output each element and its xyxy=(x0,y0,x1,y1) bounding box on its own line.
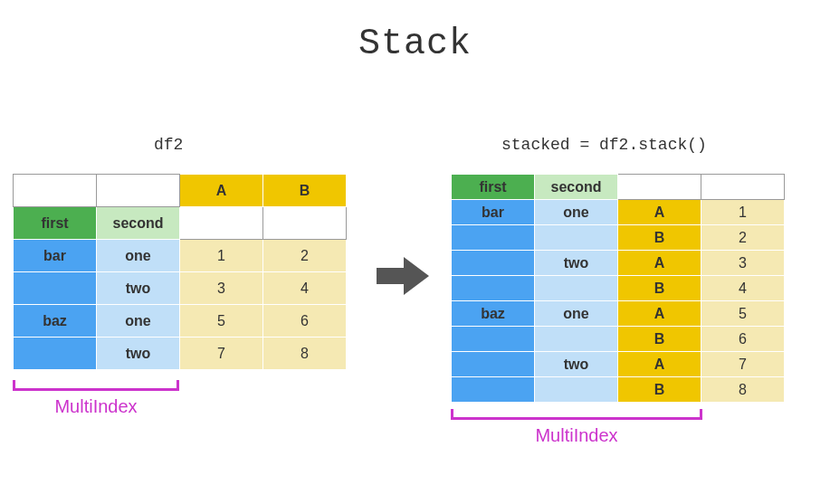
cell-col: A xyxy=(618,352,701,377)
cell-first xyxy=(452,225,535,251)
table-row: bar one 1 2 xyxy=(14,240,347,272)
table-row: A B xyxy=(14,175,347,207)
cell-value: 6 xyxy=(263,305,347,338)
table-row: first second xyxy=(14,207,347,240)
cell-col: B xyxy=(618,225,701,251)
cell-second: two xyxy=(97,272,180,305)
cell-second xyxy=(535,276,618,301)
col-header-A: A xyxy=(180,175,263,207)
cell-col: A xyxy=(618,251,701,276)
cell-second xyxy=(535,225,618,251)
index-name-first: first xyxy=(452,175,535,200)
table-row: baz one A 5 xyxy=(452,301,785,327)
cell-blank xyxy=(180,207,263,240)
cell-blank xyxy=(14,175,97,207)
cell-value: 3 xyxy=(701,251,785,276)
cell-first xyxy=(452,352,535,377)
cell-value: 7 xyxy=(701,352,785,377)
arrow-icon xyxy=(377,255,431,297)
cell-blank xyxy=(618,175,701,200)
cell-value: 4 xyxy=(263,272,347,305)
cell-first xyxy=(452,377,535,403)
table-row: two 7 8 xyxy=(14,338,347,370)
index-name-second: second xyxy=(535,175,618,200)
table-row: baz one 5 6 xyxy=(14,305,347,338)
page-title: Stack xyxy=(0,24,830,64)
table-row: B 8 xyxy=(452,377,785,403)
cell-blank xyxy=(701,175,785,200)
cell-second: one xyxy=(97,240,180,272)
cell-second: two xyxy=(97,338,180,370)
table-row: B 6 xyxy=(452,327,785,352)
cell-col: B xyxy=(618,327,701,352)
cell-second xyxy=(535,377,618,403)
index-name-second: second xyxy=(97,207,180,240)
cell-value: 7 xyxy=(180,338,263,370)
multiindex-bracket-right xyxy=(451,409,702,420)
table-row: two 3 4 xyxy=(14,272,347,305)
cell-second: two xyxy=(535,251,618,276)
cell-blank xyxy=(97,175,180,207)
table-df2: A B first second bar one 1 2 two 3 4 baz… xyxy=(13,174,347,370)
cell-first: bar xyxy=(14,240,97,272)
cell-value: 3 xyxy=(180,272,263,305)
cell-first xyxy=(14,338,97,370)
table-row: two A 7 xyxy=(452,352,785,377)
cell-value: 5 xyxy=(701,301,785,327)
cell-value: 8 xyxy=(701,377,785,403)
cell-value: 5 xyxy=(180,305,263,338)
multiindex-bracket-left xyxy=(13,380,179,391)
cell-blank xyxy=(263,207,347,240)
cell-value: 4 xyxy=(701,276,785,301)
svg-marker-0 xyxy=(377,257,429,295)
table-row: B 2 xyxy=(452,225,785,251)
cell-first: baz xyxy=(452,301,535,327)
cell-col: B xyxy=(618,377,701,403)
table-row: bar one A 1 xyxy=(452,200,785,225)
multiindex-label-right: MultiIndex xyxy=(451,425,702,446)
cell-col: A xyxy=(618,200,701,225)
cell-value: 6 xyxy=(701,327,785,352)
caption-stacked: stacked = df2.stack() xyxy=(501,136,707,154)
cell-first: baz xyxy=(14,305,97,338)
cell-first xyxy=(452,327,535,352)
cell-first xyxy=(452,276,535,301)
cell-value: 2 xyxy=(263,240,347,272)
index-name-first: first xyxy=(14,207,97,240)
cell-col: A xyxy=(618,301,701,327)
cell-second: two xyxy=(535,352,618,377)
cell-value: 1 xyxy=(180,240,263,272)
cell-col: B xyxy=(618,276,701,301)
cell-value: 2 xyxy=(701,225,785,251)
cell-first: bar xyxy=(452,200,535,225)
cell-value: 8 xyxy=(263,338,347,370)
table-row: B 4 xyxy=(452,276,785,301)
table-stacked: first second bar one A 1 B 2 two A 3 B 4… xyxy=(451,174,785,403)
cell-second: one xyxy=(535,301,618,327)
multiindex-label-left: MultiIndex xyxy=(13,396,179,417)
cell-first xyxy=(14,272,97,305)
cell-first xyxy=(452,251,535,276)
col-header-B: B xyxy=(263,175,347,207)
cell-second xyxy=(535,327,618,352)
caption-df2: df2 xyxy=(154,136,183,154)
cell-second: one xyxy=(97,305,180,338)
table-row: first second xyxy=(452,175,785,200)
table-row: two A 3 xyxy=(452,251,785,276)
cell-value: 1 xyxy=(701,200,785,225)
cell-second: one xyxy=(535,200,618,225)
